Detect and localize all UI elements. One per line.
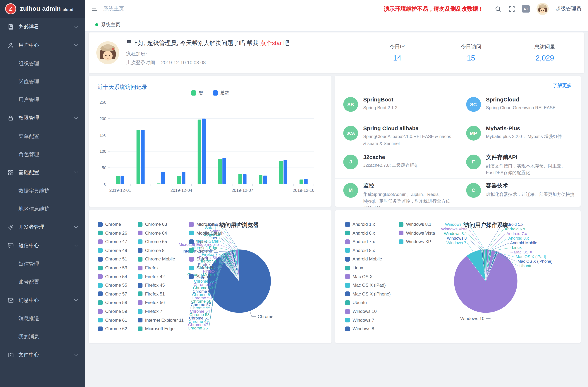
sidebar-subitem[interactable]: 账号配置 xyxy=(0,273,85,291)
legend-item[interactable]: Windows Vista xyxy=(399,230,435,236)
legend-item[interactable]: Safari xyxy=(189,257,208,262)
legend-item[interactable]: Firefox 7 xyxy=(138,309,162,314)
legend-item[interactable]: Linux xyxy=(345,265,363,270)
sidebar-item[interactable]: 基础配置 xyxy=(0,163,85,182)
sidebar-subitem[interactable]: 岗位管理 xyxy=(0,73,85,91)
search-icon[interactable] xyxy=(495,5,502,12)
bar-series-0[interactable] xyxy=(259,175,262,184)
legend-item[interactable]: Android 7.x xyxy=(345,239,375,244)
legend-item[interactable]: Android 6.x xyxy=(345,230,375,236)
legend-item[interactable]: Android 1.x xyxy=(345,222,375,227)
app-logo[interactable]: Z zuihou-admin cloud xyxy=(0,0,85,18)
legend-item[interactable]: Chrome 59 xyxy=(98,309,127,314)
legend-item[interactable]: Firefox xyxy=(138,265,159,270)
bar-series-0[interactable] xyxy=(279,161,283,184)
legend-item[interactable]: Windows XP xyxy=(399,239,431,244)
bar-series-1[interactable] xyxy=(304,179,308,184)
sidebar-item[interactable]: 短信中心 xyxy=(0,237,85,255)
legend-item[interactable]: Ubuntu xyxy=(345,300,367,305)
legend-item[interactable]: Safari 9 xyxy=(189,274,212,279)
legend-item[interactable]: Chrome 65 xyxy=(138,239,167,244)
bar-series-0[interactable] xyxy=(177,176,181,184)
sidebar-item[interactable]: 文件中心 xyxy=(0,346,85,364)
legend-item[interactable]: Chrome 47 xyxy=(98,239,127,244)
legend-item[interactable]: Chrome 26 xyxy=(98,230,127,236)
legend-item[interactable]: Chrome 64 xyxy=(138,230,167,236)
bar-series-1[interactable] xyxy=(161,172,165,184)
legend-item[interactable]: Microsoft Edge xyxy=(138,326,175,331)
avatar[interactable] xyxy=(536,2,549,15)
legend-item[interactable]: Chrome Mobile xyxy=(138,257,175,262)
legend-item[interactable]: Windows 8 xyxy=(345,326,374,331)
bar-series-0[interactable] xyxy=(238,174,242,184)
fullscreen-icon[interactable] xyxy=(508,5,515,12)
legend-item[interactable]: Chrome 53 xyxy=(98,265,127,270)
legend-item[interactable]: Opera 12 xyxy=(189,248,215,253)
bar-series-0[interactable] xyxy=(198,120,201,184)
legend-item[interactable]: Chrome 61 xyxy=(98,317,127,323)
legend-item[interactable]: Chrome 58 xyxy=(98,300,127,305)
legend-item[interactable]: Chrome xyxy=(98,222,121,227)
legend-item[interactable]: 总数 xyxy=(213,90,229,96)
legend-item[interactable]: Windows 8.1 xyxy=(399,222,431,227)
sidebar-subitem[interactable]: 消息推送 xyxy=(0,309,85,327)
legend-item[interactable]: Chrome 57 xyxy=(98,291,127,297)
sidebar-subitem[interactable]: 角色管理 xyxy=(0,145,85,163)
legend-item[interactable]: Mac OS X xyxy=(345,274,373,279)
bar-series-0[interactable] xyxy=(299,180,303,184)
bar-series-1[interactable] xyxy=(243,174,247,184)
sidebar-item[interactable]: 务必详看 xyxy=(0,18,85,36)
learn-more-link[interactable]: 了解更多 xyxy=(553,82,572,89)
legend-item[interactable]: Opera xyxy=(189,239,209,244)
legend-item[interactable]: Safari 11 xyxy=(189,265,214,270)
legend-item[interactable]: Windows 10 xyxy=(345,309,377,314)
username[interactable]: 超级管理员 xyxy=(556,5,581,12)
sidebar-subitem[interactable]: 我的消息 xyxy=(0,327,85,346)
legend-item[interactable]: Chrome 63 xyxy=(138,222,167,227)
sidebar-subitem[interactable]: 菜单配置 xyxy=(0,127,85,145)
bar-series-1[interactable] xyxy=(202,119,206,184)
sidebar-item[interactable]: 权限管理 xyxy=(0,109,85,127)
legend-item[interactable]: Android 8.x xyxy=(345,248,375,253)
bar-series-0[interactable] xyxy=(157,183,161,184)
sidebar-item[interactable]: 用户中心 xyxy=(0,36,85,55)
sidebar-subitem[interactable]: 地区信息维护 xyxy=(0,200,85,218)
bar-series-1[interactable] xyxy=(121,176,124,184)
legend-item[interactable]: Chrome 55 xyxy=(98,283,127,288)
legend-item[interactable]: Firefox 56 xyxy=(138,300,165,305)
legend-item[interactable]: Chrome 54 xyxy=(98,274,127,279)
legend-item[interactable]: Android Mobile xyxy=(345,257,382,262)
legend-item[interactable]: Firefox 45 xyxy=(138,283,165,288)
menu-collapse-icon[interactable] xyxy=(91,5,98,13)
sidebar-subitem[interactable]: 组织管理 xyxy=(0,55,85,73)
tab-home[interactable]: 系统主页 xyxy=(89,18,127,31)
breadcrumb[interactable]: 系统主页 xyxy=(103,5,124,12)
sidebar-item[interactable]: 消息中心 xyxy=(0,291,85,309)
bar-series-1[interactable] xyxy=(263,176,267,184)
bar-series-0[interactable] xyxy=(116,176,120,184)
legend-item[interactable]: Firefox 42 xyxy=(138,274,165,279)
bar-series-1[interactable] xyxy=(222,158,226,184)
bar-series-1[interactable] xyxy=(182,172,185,184)
bar-series-0[interactable] xyxy=(137,130,140,184)
legend-item[interactable]: Chrome 49 xyxy=(98,248,127,253)
bar-series-1[interactable] xyxy=(141,130,145,184)
sidebar-subitem[interactable]: 数据字典维护 xyxy=(0,182,85,200)
sidebar-item[interactable]: 开发者管理 xyxy=(0,218,85,237)
legend-item[interactable]: Internet Explorer 11 xyxy=(138,317,184,323)
legend-item[interactable]: Mac OS X (iPad) xyxy=(345,283,386,288)
sidebar-subitem[interactable]: 用户管理 xyxy=(0,91,85,109)
legend-item[interactable]: Mac OS X (iPhone) xyxy=(345,291,391,297)
star-link[interactable]: 点个star xyxy=(260,40,282,46)
font-size-button[interactable]: A+ xyxy=(522,5,530,13)
legend-item[interactable]: Mobile Safari xyxy=(189,230,222,236)
sidebar-subitem[interactable]: 短信管理 xyxy=(0,255,85,273)
legend-item[interactable]: Chrome 8 xyxy=(138,248,165,253)
bar-series-1[interactable] xyxy=(283,160,287,184)
bar-series-0[interactable] xyxy=(218,159,222,184)
legend-item[interactable]: 您 xyxy=(191,90,203,96)
legend-item[interactable]: Chrome 51 xyxy=(98,257,127,262)
legend-item[interactable]: Firefox 51 xyxy=(138,291,165,297)
legend-item[interactable]: Windows 7 xyxy=(345,317,374,323)
legend-item[interactable]: Chrome 62 xyxy=(98,326,127,331)
